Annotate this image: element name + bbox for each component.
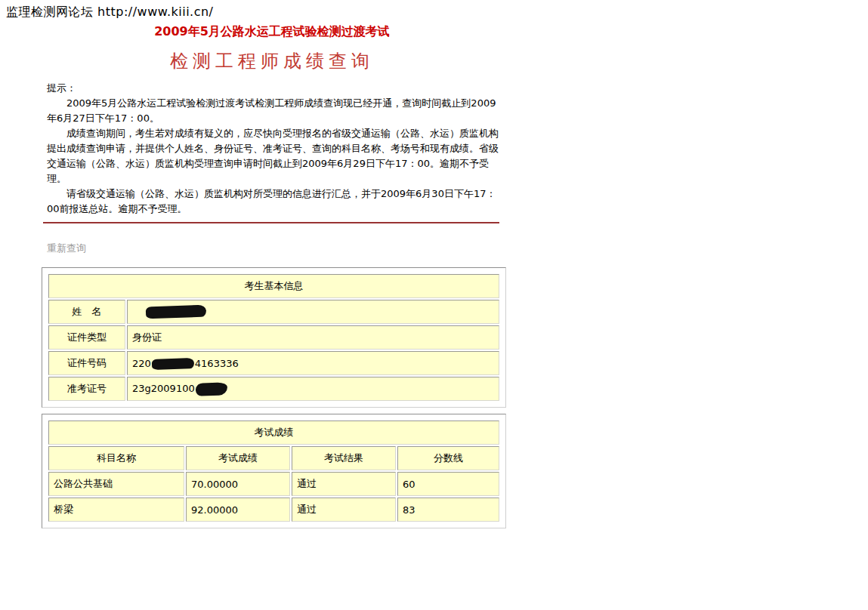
name-value [127,300,499,324]
exam-result-cell: 通过 [292,498,396,522]
exam-result-header: 考试结果 [292,446,396,470]
basic-info-table: 考生基本信息 姓 名 证件类型 身份证 证件号码 2204163336 准考证号… [47,273,501,402]
name-label: 姓 名 [48,300,125,324]
table-row: 桥梁 92.00000 通过 83 [48,498,499,522]
admission-number-value: 23g2009100 [127,377,499,401]
id-type-value: 身份证 [127,325,499,350]
table-row: 证件类型 身份证 [48,325,499,350]
subject-name-cell: 桥梁 [48,498,184,522]
subject-name-cell: 公路公共基础 [48,472,184,496]
table-row: 公路公共基础 70.00000 通过 60 [48,472,499,496]
exam-score-cell: 70.00000 [186,472,290,496]
site-banner-text: 监理检测网论坛 http://www.kiii.cn/ [6,5,544,20]
exam-score-header: 考试成绩 [186,446,290,470]
basic-info-table-wrapper: 考生基本信息 姓 名 证件类型 身份证 证件号码 2204163336 准考证号… [42,267,506,408]
redaction-scribble [146,305,207,319]
pass-line-header: 分数线 [397,446,499,470]
table-row: 准考证号 23g2009100 [48,377,499,401]
notice-block: 提示： 2009年5月公路水运工程试验检测过渡考试检测工程师成绩查询现已经开通，… [47,81,500,217]
redaction-scribble [195,382,227,396]
exam-score-cell: 92.00000 [186,498,290,522]
scores-table-wrapper: 考试成绩 科目名称 考试成绩 考试结果 分数线 公路公共基础 70.00000 … [42,414,506,528]
table-header-row: 科目名称 考试成绩 考试结果 分数线 [48,446,499,470]
notice-paragraph: 成绩查询期间，考生若对成绩有疑义的，应尽快向受理报名的省级交通运输（公路、水运）… [47,126,500,186]
admission-number-label: 准考证号 [48,377,125,401]
exam-result-cell: 通过 [292,472,396,496]
id-type-label: 证件类型 [48,325,125,350]
page-title: 检测工程师成绩查询 [0,49,544,73]
scores-table: 考试成绩 科目名称 考试成绩 考试结果 分数线 公路公共基础 70.00000 … [47,419,501,523]
page: 监理检测网论坛 http://www.kiii.cn/ 2009年5月公路水运工… [0,0,868,610]
scores-title: 考试成绩 [48,421,499,445]
id-number-label: 证件号码 [48,351,125,375]
admission-number-prefix: 23g2009100 [132,383,195,394]
id-number-suffix: 4163336 [195,358,239,369]
table-row: 姓 名 [48,300,499,324]
table-row: 证件号码 2204163336 [48,351,499,375]
id-number-value: 2204163336 [127,351,499,375]
notice-paragraph: 请省级交通运输（公路、水运）质监机构对所受理的信息进行汇总，并于2009年6月3… [47,186,500,217]
notice-paragraph: 2009年5月公路水运工程试验检测过渡考试检测工程师成绩查询现已经开通，查询时间… [47,96,500,126]
subject-name-header: 科目名称 [48,446,184,470]
pass-line-cell: 83 [397,498,499,522]
basic-info-title: 考生基本信息 [48,274,499,298]
redaction-scribble [152,358,194,370]
notice-label: 提示： [47,81,500,96]
requery-link[interactable]: 重新查询 [47,242,86,255]
exam-title: 2009年5月公路水运工程试验检测过渡考试 [0,24,544,40]
red-divider [43,222,499,223]
id-number-prefix: 220 [132,358,151,369]
pass-line-cell: 60 [397,472,499,496]
content-column: 监理检测网论坛 http://www.kiii.cn/ 2009年5月公路水运工… [0,5,544,528]
